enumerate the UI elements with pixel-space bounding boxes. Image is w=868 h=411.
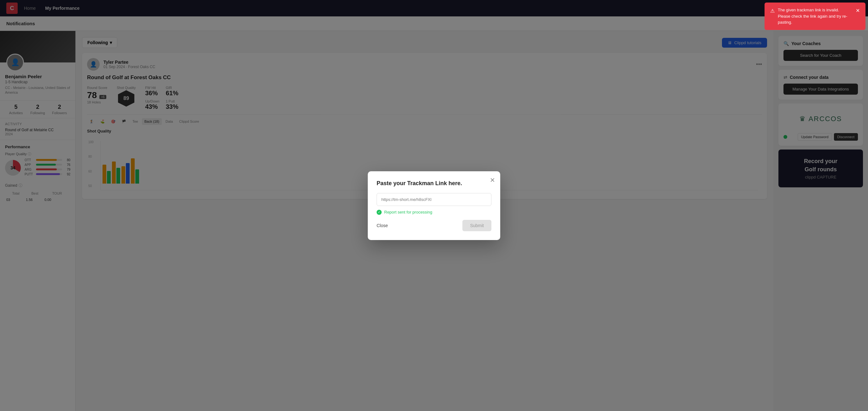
modal-submit-button[interactable]: Submit xyxy=(462,220,491,231)
modal-footer: Close Submit xyxy=(377,220,491,231)
toast-close[interactable]: ✕ xyxy=(856,7,860,14)
error-toast: ⚠ The given trackman link is invalid. Pl… xyxy=(765,2,866,30)
warning-icon: ⚠ xyxy=(770,7,775,15)
trackman-modal: Paste your Trackman Link here. ✕ ✓ Repor… xyxy=(368,171,500,240)
modal-close-icon[interactable]: ✕ xyxy=(490,176,495,184)
modal-success-message: ✓ Report sent for processing xyxy=(377,210,491,215)
success-check-icon: ✓ xyxy=(377,210,382,215)
toast-message: The given trackman link is invalid. Plea… xyxy=(778,7,852,26)
modal-title: Paste your Trackman Link here. xyxy=(377,180,491,187)
trackman-link-input[interactable] xyxy=(377,193,491,206)
modal-close-button[interactable]: Close xyxy=(377,223,388,228)
modal-overlay: Paste your Trackman Link here. ✕ ✓ Repor… xyxy=(0,0,868,411)
